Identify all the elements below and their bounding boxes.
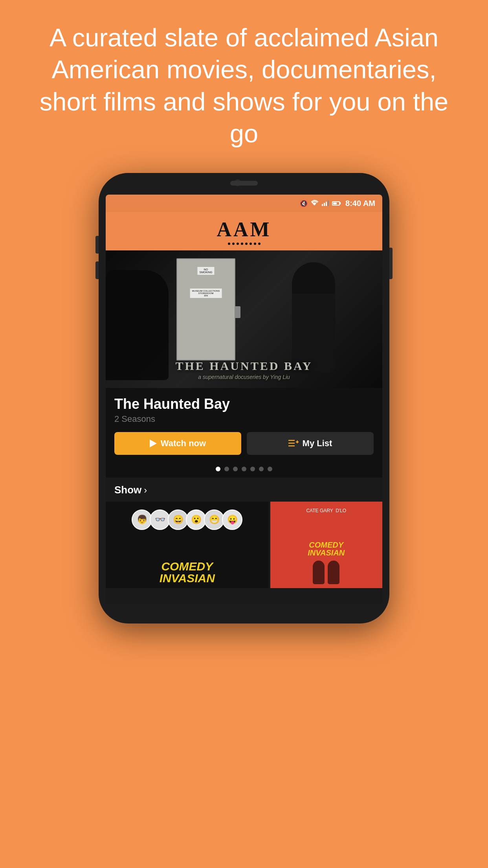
figure-sil-1 [313,561,325,584]
battery-icon [332,201,341,206]
comedy-invasian-subtitle: CATE GARY D'LO [270,508,382,513]
faces-group: 👦 👓 😄 😮 😁 😛 [133,509,241,530]
shows-section: Show › 👦 👓 😄 😮 [106,478,382,588]
app-logo: AAM [114,218,374,241]
section-chevron-icon: › [144,485,147,496]
logo-dot-3 [237,243,239,245]
thumbnails-row: 👦 👓 😄 😮 😁 😛 COMEDYINVASIAN [106,502,382,588]
scene-door: NOSMOKING MUSEUM COLLECTIONSSTOREROOM306 [176,258,235,360]
face-3: 😄 [168,509,188,530]
logo-dot-5 [245,243,248,245]
my-list-label: My List [303,438,332,449]
hero-title-overlay: THE HAUNTED BAY a supernatural docuserie… [106,359,382,380]
bottom-spacer [106,588,382,604]
section-header[interactable]: Show › [106,484,382,502]
mute-icon: 🔇 [300,200,308,207]
face-6: 😛 [222,509,242,530]
comedy-invasian-title-2: COMEDYINVASIAN [308,541,345,557]
show-seasons: 2 Seasons [114,414,374,424]
logo-dot-6 [250,243,252,245]
svg-rect-2 [288,445,295,447]
comedy-invasian-title-1: COMEDYINVASIAN [106,561,269,584]
carousel-dot-2[interactable] [224,467,229,471]
status-bar: 🔇 [106,195,382,212]
phone-button-power[interactable] [389,248,393,279]
face-1: 👦 [132,509,152,530]
carousel-dot-7[interactable] [268,467,272,471]
status-time: 8:40 AM [345,199,375,208]
logo-dot-8 [258,243,261,245]
svg-rect-4 [297,441,298,443]
door-handle [235,306,240,318]
carousel-dot-4[interactable] [242,467,246,471]
phone-speaker [230,181,258,186]
watch-now-button[interactable]: Watch now [114,432,241,455]
play-icon [150,440,157,447]
my-list-button[interactable]: My List [247,432,374,455]
svg-rect-1 [288,443,295,444]
carousel-dot-6[interactable] [259,467,264,471]
hero-overlay-title: THE HAUNTED BAY [106,359,382,373]
door-sign-no-smoking: NOSMOKING [197,267,214,275]
show-title: The Haunted Bay [114,396,374,412]
tagline-text: A curated slate of acclaimed Asian Ameri… [0,0,488,161]
signal-icon [322,200,329,206]
comedy-invasian-thumbnail-1[interactable]: 👦 👓 😄 😮 😁 😛 COMEDYINVASIAN [106,502,269,588]
figure-sil-2 [328,561,339,584]
carousel-dot-5[interactable] [250,467,255,471]
logo-dot-4 [241,243,243,245]
phone-screen: 🔇 [106,195,382,604]
figure-silhouette [292,262,335,372]
add-list-icon [288,439,299,448]
carousel-dots [106,460,382,478]
face-5: 😁 [204,509,224,530]
logo-dot-2 [232,243,235,245]
wifi-icon [311,200,319,207]
hero-image[interactable]: NOSMOKING MUSEUM COLLECTIONSSTOREROOM306 [106,250,382,388]
door-sign-museum: MUSEUM COLLECTIONSSTOREROOM306 [190,289,222,298]
svg-rect-0 [288,440,295,441]
phone-button-volume-up[interactable] [95,236,99,254]
section-title: Show [114,484,141,496]
logo-dot-7 [254,243,256,245]
carousel-dot-1[interactable] [216,467,220,471]
comedy-invasian-thumbnail-2[interactable]: CATE GARY D'LO COMEDYINVASIAN [270,502,382,588]
watch-now-label: Watch now [161,438,206,449]
hero-overlay-subtitle: a supernatural docuseries by Ying Liu [106,374,382,380]
face-2: 👓 [150,509,170,530]
action-buttons: Watch now [114,432,374,455]
phone-button-volume-down[interactable] [95,261,99,279]
logo-dot-1 [228,243,230,245]
app-header: AAM [106,212,382,250]
carousel-dot-3[interactable] [233,467,238,471]
face-4: 😮 [186,509,206,530]
show-info: The Haunted Bay 2 Seasons Watch now [106,388,382,460]
